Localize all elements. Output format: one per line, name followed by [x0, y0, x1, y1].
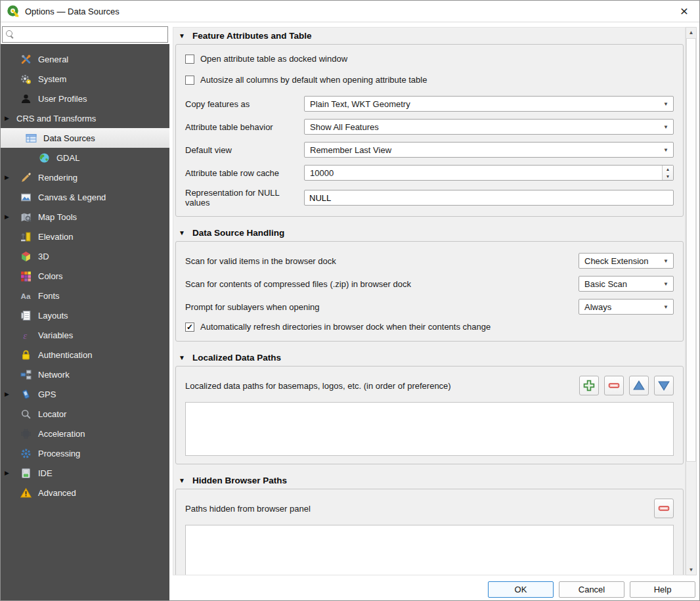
scan-compressed-files-select[interactable]: Basic Scan ▼	[579, 276, 674, 292]
move-path-down-button[interactable]	[654, 376, 674, 395]
plus-icon	[582, 379, 596, 392]
sidebar-item-elevation[interactable]: Elevation	[1, 227, 169, 246]
sidebar-item-label: Processing	[38, 449, 80, 458]
help-button[interactable]: Help	[630, 581, 695, 598]
three-d-icon	[20, 251, 32, 262]
field-label: Localized data paths for basemaps, logos…	[185, 381, 574, 391]
processing-icon	[20, 448, 32, 459]
sidebar-item-gps[interactable]: ▶GPS	[1, 384, 169, 404]
sidebar-item-map-tools[interactable]: ▶Map Tools	[1, 207, 169, 227]
remove-path-button[interactable]	[604, 376, 624, 395]
sidebar-item-canvas-legend[interactable]: Canvas & Legend	[1, 187, 169, 207]
sidebar-item-authentication[interactable]: Authentication	[1, 345, 169, 365]
collapse-triangle-icon[interactable]: ▼	[179, 477, 185, 484]
sidebar-item-variables[interactable]: εVariables	[1, 325, 169, 345]
sidebar-item-label: Layouts	[38, 311, 68, 321]
scroll-up-icon[interactable]: ▲	[686, 28, 696, 37]
scan-valid-items-select[interactable]: Check Extension ▼	[579, 253, 674, 269]
expand-triangle-icon[interactable]: ▶	[5, 174, 15, 181]
sidebar-item-fonts[interactable]: AaFonts	[1, 286, 169, 305]
sidebar-item-crs-and-transforms[interactable]: ▶CRS and Transforms	[1, 108, 169, 128]
sidebar-item-layouts[interactable]: Layouts	[1, 305, 169, 325]
scrollbar-thumb[interactable]	[686, 38, 696, 462]
open-attribute-table-docked-checkbox[interactable]	[185, 55, 194, 64]
section-title: Data Source Handling	[192, 228, 284, 238]
map-tools-icon	[20, 211, 32, 223]
spin-down-icon[interactable]: ▼	[663, 173, 673, 180]
expand-triangle-icon[interactable]: ▶	[5, 391, 15, 397]
sidebar-item-rendering[interactable]: ▶Rendering	[1, 167, 169, 187]
sidebar-item-user-profiles[interactable]: User Profiles	[1, 89, 169, 108]
sidebar-item-label: CRS and Transforms	[16, 114, 96, 123]
gdal-icon	[39, 152, 50, 164]
field-label: Attribute table behavior	[185, 122, 304, 132]
chevron-down-icon: ▼	[659, 281, 673, 287]
move-path-up-button[interactable]	[629, 376, 649, 395]
hidden-paths-list[interactable]	[185, 525, 674, 575]
sidebar-item-label: Advanced	[38, 488, 76, 498]
prompt-sublayers-select[interactable]: Always ▼	[579, 299, 674, 315]
expand-triangle-icon[interactable]: ▶	[5, 213, 15, 220]
layouts-icon	[20, 310, 32, 321]
attribute-table-row-cache-stepper[interactable]: 10000 ▲ ▼	[304, 165, 674, 181]
close-button[interactable]: ×	[669, 1, 699, 22]
localized-data-paths-group: Localized data paths for basemaps, logos…	[175, 366, 684, 464]
gps-icon	[20, 389, 32, 400]
general-icon	[20, 54, 32, 65]
settings-search-box	[2, 26, 168, 43]
copy-features-as-select[interactable]: Plain Text, WKT Geometry ▼	[304, 96, 674, 112]
sidebar-item-locator[interactable]: Locator	[1, 404, 169, 424]
section-title: Feature Attributes and Table	[192, 31, 312, 41]
scroll-down-icon[interactable]: ▼	[686, 565, 696, 575]
spin-up-icon[interactable]: ▲	[663, 166, 673, 173]
sidebar-item-advanced[interactable]: Advanced	[1, 483, 169, 502]
cancel-button[interactable]: Cancel	[559, 581, 624, 598]
sidebar-item-label: 3D	[38, 252, 49, 261]
field-label: Attribute table row cache	[185, 168, 304, 178]
sidebar-item-colors[interactable]: Colors	[1, 266, 169, 286]
auto-refresh-directories-checkbox[interactable]: ✓	[185, 323, 194, 332]
colors-icon	[20, 271, 32, 282]
sidebar-item-system[interactable]: System	[1, 69, 169, 89]
titlebar: Options — Data Sources ×	[1, 1, 699, 22]
collapse-triangle-icon[interactable]: ▼	[179, 32, 185, 39]
sidebar-item-label: Variables	[38, 330, 73, 340]
attribute-table-behavior-select[interactable]: Show All Features ▼	[304, 119, 674, 135]
search-icon	[6, 30, 14, 39]
expand-triangle-icon[interactable]: ▶	[5, 470, 15, 476]
options-dialog: Options — Data Sources × GeneralSystemUs…	[0, 0, 700, 601]
autosize-columns-checkbox[interactable]	[185, 76, 194, 85]
sidebar-item-label: Data Sources	[43, 133, 95, 143]
collapse-triangle-icon[interactable]: ▼	[179, 229, 185, 236]
chevron-down-icon: ▼	[659, 124, 673, 130]
sidebar-item-label: GDAL	[56, 153, 79, 163]
remove-hidden-path-button[interactable]	[654, 499, 674, 518]
sidebar-item-label: General	[38, 55, 68, 64]
collapse-triangle-icon[interactable]: ▼	[179, 354, 185, 361]
sidebar-item-label: Fonts	[38, 291, 60, 301]
ide-icon	[20, 468, 32, 479]
expand-triangle-icon[interactable]: ▶	[5, 115, 15, 122]
sidebar-item-general[interactable]: General	[1, 49, 169, 69]
sidebar-item-network[interactable]: Network	[1, 365, 169, 384]
sidebar-item-3d[interactable]: 3D	[1, 246, 169, 266]
sidebar-item-label: Elevation	[38, 232, 73, 242]
sidebar-item-processing[interactable]: Processing	[1, 443, 169, 463]
add-path-button[interactable]	[579, 376, 599, 395]
data-source-handling-group: Scan for valid items in the browser dock…	[175, 241, 684, 342]
sidebar-item-gdal[interactable]: GDAL	[1, 148, 169, 167]
sidebar-item-label: Acceleration	[38, 429, 85, 439]
default-view-select[interactable]: Remember Last View ▼	[304, 142, 674, 158]
checkbox-label: Autosize all columns by default when ope…	[200, 75, 427, 85]
data-sources-icon	[26, 133, 37, 144]
checkbox-label: Open attribute table as docked window	[200, 54, 347, 64]
sidebar-item-ide[interactable]: ▶IDE	[1, 463, 169, 483]
ok-button[interactable]: OK	[488, 581, 554, 598]
search-input[interactable]	[18, 28, 164, 41]
sidebar-item-data-sources[interactable]: Data Sources	[1, 128, 169, 148]
sidebar-item-acceleration[interactable]: Acceleration	[1, 424, 169, 443]
localized-paths-list[interactable]	[185, 402, 674, 456]
sidebar-item-label: User Profiles	[38, 94, 87, 104]
null-representation-field[interactable]	[304, 190, 674, 206]
sidebar-item-label: Rendering	[38, 173, 77, 183]
